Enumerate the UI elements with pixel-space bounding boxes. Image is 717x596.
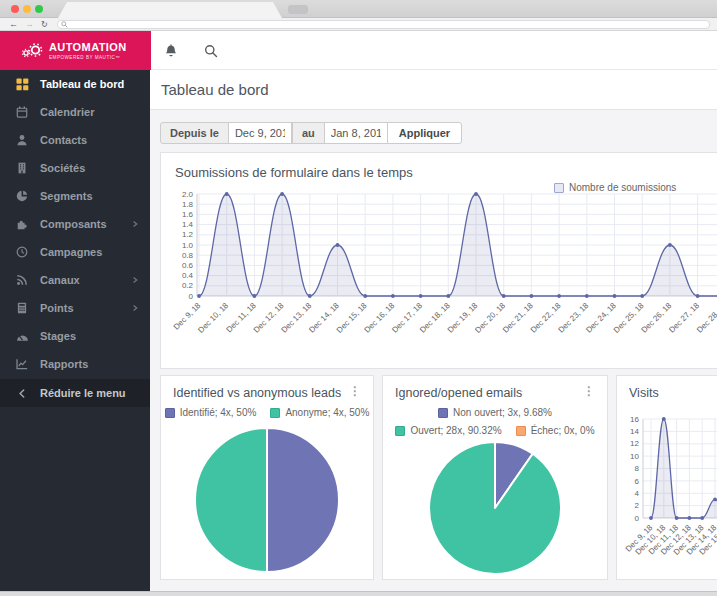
forward-icon[interactable]: →: [25, 18, 34, 31]
sidebar-item-calendrier[interactable]: Calendrier: [0, 98, 150, 126]
collapse-menu-button[interactable]: Réduire le menu: [0, 379, 150, 407]
legend-item[interactable]: Anonyme; 4x, 50%: [270, 405, 369, 421]
clock-icon: [15, 245, 29, 259]
browser-window: ← → ↻ AUTOMATION EMPOWERED BY MAUTIC™: [0, 0, 717, 596]
leads-panel-menu-icon[interactable]: [349, 386, 361, 396]
sidebar-item-label: Segments: [40, 190, 93, 202]
page-header: Tableau de bord: [150, 70, 717, 110]
sidebar-item-label: Composants: [40, 218, 107, 230]
sidebar-item-points[interactable]: Points: [0, 294, 150, 322]
close-window-button[interactable]: [11, 5, 19, 13]
search-icon[interactable]: [198, 38, 224, 64]
date-to-label: au: [292, 122, 325, 144]
browser-tab[interactable]: [58, 2, 282, 18]
sidebar-item-societes[interactable]: Sociétés: [0, 154, 150, 182]
leads-legend: Identifié; 4x, 50%Anonyme; 4x, 50%: [161, 405, 373, 421]
sidebar-item-label: Rapports: [40, 358, 88, 370]
svg-text:1.0: 1.0: [182, 241, 194, 250]
emails-panel-title: Ignored/opened emails: [395, 386, 522, 400]
legend-item[interactable]: Nombre de soumissions: [554, 180, 676, 196]
gears-logo-icon: [21, 42, 44, 59]
svg-text:10: 10: [630, 452, 639, 461]
emails-panel-menu-icon[interactable]: [583, 386, 595, 396]
grid-icon: [15, 77, 29, 91]
legend-label: Échec; 0x, 0%: [531, 423, 595, 439]
legend-label: Identifié; 4x, 50%: [180, 405, 257, 421]
submissions-legend: Nombre de soumissions: [554, 180, 676, 196]
svg-text:0: 0: [635, 514, 640, 523]
calendar-icon: [15, 105, 29, 119]
apply-button[interactable]: Appliquer: [387, 122, 462, 144]
emails-legend: Non ouvert; 3x, 9.68%Ouvert; 28x, 90.32%…: [383, 405, 607, 439]
svg-text:0.2: 0.2: [182, 281, 194, 290]
sidebar-item-label: Calendrier: [40, 106, 94, 118]
sidebar-item-tableau-de-bord[interactable]: Tableau de bord: [0, 70, 150, 98]
reload-icon[interactable]: ↻: [41, 18, 48, 31]
calculator-icon: [15, 301, 29, 315]
sidebar-item-label: Stages: [40, 330, 76, 342]
url-input[interactable]: [57, 20, 710, 29]
svg-text:1.4: 1.4: [182, 220, 194, 229]
legend-item[interactable]: Non ouvert; 3x, 9.68%: [438, 405, 552, 421]
url-search-icon: [61, 21, 68, 28]
svg-text:16: 16: [630, 415, 639, 424]
sidebar-item-rapports[interactable]: Rapports: [0, 350, 150, 378]
zoom-window-button[interactable]: [35, 5, 43, 13]
line-chart-icon: [15, 357, 29, 371]
legend-swatch-icon: [438, 408, 448, 418]
sidebar-item-label: Sociétés: [40, 162, 85, 174]
user-icon: [15, 133, 29, 147]
legend-swatch-icon: [270, 408, 280, 418]
browser-address-bar: ← → ↻: [0, 18, 717, 31]
notifications-bell-icon[interactable]: [158, 38, 184, 64]
submissions-panel: Soumissions de formulaire dans le temps …: [160, 152, 717, 369]
date-from-input[interactable]: [228, 122, 292, 144]
submissions-panel-title: Soumissions de formulaire dans le temps: [161, 153, 717, 180]
legend-item[interactable]: Échec; 0x, 0%: [516, 423, 595, 439]
svg-text:2: 2: [635, 501, 640, 510]
gauge-icon: [15, 329, 29, 343]
svg-text:2.0: 2.0: [182, 190, 194, 199]
widgets-row: Identified vs anonymous leads Identifié;…: [160, 375, 717, 580]
legend-item[interactable]: Identifié; 4x, 50%: [165, 405, 257, 421]
chevron-right-icon: [131, 304, 139, 312]
svg-text:8: 8: [635, 464, 640, 473]
svg-text:1.6: 1.6: [182, 210, 194, 219]
date-filter: Depuis le au Appliquer: [160, 122, 717, 144]
brand-title: AUTOMATION: [49, 42, 127, 53]
sidebar-item-composants[interactable]: Composants: [0, 210, 150, 238]
submissions-line-chart: 2.01.81.61.41.21.00.80.60.40.20Dec 9, 18…: [161, 180, 717, 352]
chevron-left-icon: [15, 386, 29, 400]
legend-swatch-icon: [165, 408, 175, 418]
emails-panel: Ignored/opened emails Non ouvert; 3x, 9.…: [382, 375, 608, 580]
sidebar-item-canaux[interactable]: Canaux: [0, 266, 150, 294]
emails-pie-chart: [383, 439, 607, 577]
chevron-right-icon: [131, 220, 139, 228]
legend-label: Anonyme; 4x, 50%: [285, 405, 369, 421]
sidebar-item-label: Contacts: [40, 134, 87, 146]
legend-label: Ouvert; 28x, 90.32%: [410, 423, 501, 439]
svg-text:0.4: 0.4: [182, 271, 194, 280]
sidebar-item-label: Tableau de bord: [40, 78, 124, 90]
sidebar-item-stages[interactable]: Stages: [0, 322, 150, 350]
building-icon: [15, 161, 29, 175]
dashboard-content: Depuis le au Appliquer Soumissions de fo…: [150, 110, 717, 580]
sidebar-item-segments[interactable]: Segments: [0, 182, 150, 210]
window-bottom-edge: [0, 591, 717, 596]
new-tab-button[interactable]: [288, 5, 308, 14]
minimize-window-button[interactable]: [23, 5, 31, 13]
sidebar-item-label: Campagnes: [40, 246, 102, 258]
page-title: Tableau de bord: [161, 81, 269, 98]
pie-icon: [15, 189, 29, 203]
leads-pie-chart: [161, 421, 373, 573]
visits-line-chart: 1614121086420Dec 9, 18Dec 10, 18Dec 11, …: [617, 404, 717, 576]
app-header: AUTOMATION EMPOWERED BY MAUTIC™: [0, 31, 717, 70]
sidebar-item-label: Canaux: [40, 274, 80, 286]
back-icon[interactable]: ←: [9, 18, 18, 31]
sidebar-item-contacts[interactable]: Contacts: [0, 126, 150, 154]
date-to-input[interactable]: [324, 122, 388, 144]
sidebar-item-campagnes[interactable]: Campagnes: [0, 238, 150, 266]
svg-text:12: 12: [630, 439, 639, 448]
legend-item[interactable]: Ouvert; 28x, 90.32%: [395, 423, 501, 439]
brand-logo[interactable]: AUTOMATION EMPOWERED BY MAUTIC™: [0, 31, 151, 70]
